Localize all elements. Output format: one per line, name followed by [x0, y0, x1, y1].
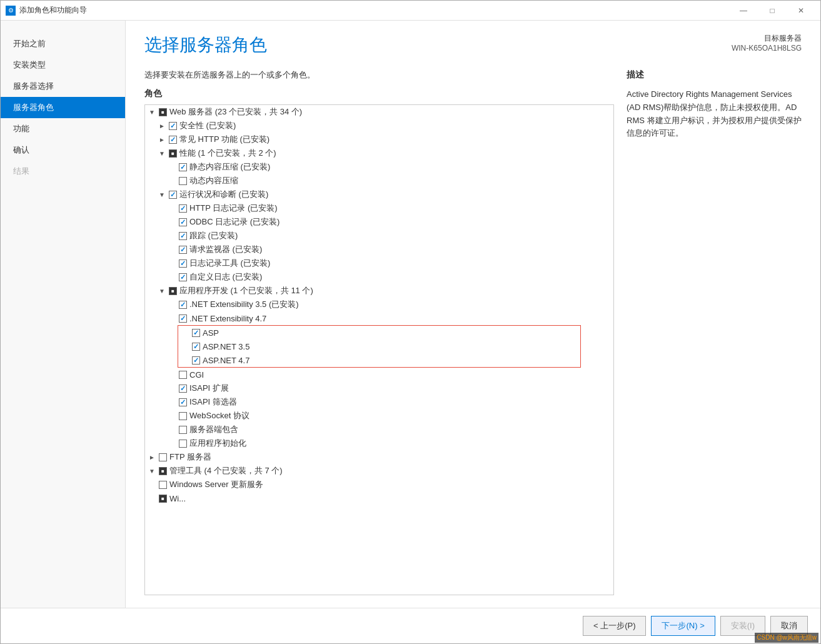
- tree-item-label: WebSocket 协议: [189, 410, 611, 421]
- tree-item[interactable]: 服务器端包含: [145, 423, 613, 436]
- checkbox[interactable]: [192, 343, 200, 351]
- sidebar-item-start[interactable]: 开始之前: [1, 33, 125, 54]
- tree-item[interactable]: ▼性能 (1 个已安装，共 2 个): [145, 146, 613, 160]
- sidebar-item-features[interactable]: 功能: [1, 118, 125, 139]
- expand-arrow-icon: [168, 259, 176, 268]
- tree-item[interactable]: ▼管理工具 (4 个已安装，共 7 个): [145, 464, 613, 478]
- tree-item-label: .NET Extensibility 3.5 (已安装): [189, 299, 611, 310]
- checkbox[interactable]: [159, 467, 167, 475]
- expand-arrow-icon: [181, 356, 189, 365]
- tree-item[interactable]: 跟踪 (已安装): [145, 229, 613, 243]
- tree-item[interactable]: ISAPI 筛选器: [145, 395, 613, 409]
- tree-item-label: .NET Extensibility 4.7: [189, 314, 611, 323]
- checkbox[interactable]: [179, 218, 187, 226]
- expand-arrow-icon: [168, 245, 176, 254]
- checkbox[interactable]: [179, 177, 187, 185]
- tree-item[interactable]: .NET Extensibility 3.5 (已安装): [145, 298, 613, 311]
- tree-item[interactable]: ▼Web 服务器 (23 个已安装，共 34 个): [145, 105, 613, 119]
- tree-item[interactable]: .NET Extensibility 4.7: [145, 311, 613, 325]
- tree-item[interactable]: ▼应用程序开发 (1 个已安装，共 11 个): [145, 284, 613, 298]
- tree-item-label: 静态内容压缩 (已安装): [189, 161, 611, 173]
- tree-item[interactable]: HTTP 日志记录 (已安装): [145, 201, 613, 215]
- tree-item[interactable]: 动态内容压缩: [145, 174, 613, 188]
- checkbox[interactable]: [169, 191, 177, 199]
- checkbox[interactable]: [179, 204, 187, 213]
- checkbox[interactable]: [179, 314, 187, 323]
- minimize-button[interactable]: —: [729, 1, 758, 21]
- tree-item[interactable]: ODBC 日志记录 (已安装): [145, 215, 613, 229]
- checkbox[interactable]: [179, 246, 187, 254]
- checkbox[interactable]: [179, 371, 187, 379]
- tree-item-label: ASP: [203, 328, 578, 338]
- tree-item[interactable]: 自定义日志 (已安装): [145, 270, 613, 284]
- tree-item-label: Windows Server 更新服务: [169, 479, 611, 490]
- tree-item[interactable]: ▼运行状况和诊断 (已安装): [145, 188, 613, 201]
- tree-item[interactable]: Wi...: [145, 491, 613, 505]
- tree-item[interactable]: ►FTP 服务器: [145, 450, 613, 464]
- tree-item-label: 应用程序开发 (1 个已安装，共 11 个): [179, 285, 611, 296]
- tree-item-label: CGI: [189, 370, 611, 380]
- checkbox[interactable]: [192, 329, 200, 337]
- description-header: 描述: [627, 69, 802, 81]
- checkbox[interactable]: [159, 495, 167, 503]
- tree-item-label: 安全性 (已安装): [179, 120, 611, 131]
- main-panel: 选择服务器角色 目标服务器 WIN-K65OA1H8LSG 选择要安装在所选服务…: [126, 21, 820, 608]
- checkbox[interactable]: [179, 385, 187, 393]
- tree-item[interactable]: ►安全性 (已安装): [145, 119, 613, 133]
- tree-item[interactable]: ASP.NET 3.5: [178, 340, 580, 353]
- checkbox[interactable]: [179, 426, 187, 434]
- tree-item[interactable]: ►常见 HTTP 功能 (已安装): [145, 133, 613, 146]
- maximize-button[interactable]: □: [758, 1, 787, 21]
- tree-item[interactable]: 日志记录工具 (已安装): [145, 256, 613, 270]
- tree-item-label: ISAPI 筛选器: [189, 396, 611, 408]
- sidebar-item-server-roles[interactable]: 服务器角色: [1, 97, 125, 118]
- tree-item[interactable]: WebSocket 协议: [145, 409, 613, 423]
- checkbox[interactable]: [179, 163, 187, 171]
- checkbox[interactable]: [179, 259, 187, 268]
- next-button[interactable]: 下一步(N) >: [651, 616, 715, 636]
- roles-tree[interactable]: ▼Web 服务器 (23 个已安装，共 34 个)►安全性 (已安装)►常见 H…: [144, 104, 614, 595]
- close-button[interactable]: ✕: [787, 1, 815, 21]
- right-section: 描述 Active Directory Rights Management Se…: [627, 69, 802, 595]
- window-controls: — □ ✕: [729, 1, 815, 21]
- checkbox[interactable]: [192, 356, 200, 365]
- tree-item-label: 常见 HTTP 功能 (已安装): [179, 134, 611, 145]
- checkbox[interactable]: [179, 301, 187, 309]
- sidebar-item-server-select[interactable]: 服务器选择: [1, 76, 125, 97]
- checkbox[interactable]: [169, 122, 177, 130]
- expand-arrow-icon: ▼: [158, 149, 166, 158]
- checkbox[interactable]: [169, 136, 177, 144]
- page-title: 选择服务器角色: [144, 33, 267, 57]
- sidebar-item-install-type[interactable]: 安装类型: [1, 54, 125, 76]
- target-label: 目标服务器: [732, 33, 802, 44]
- tree-item[interactable]: ISAPI 扩展: [145, 381, 613, 395]
- tree-item[interactable]: 请求监视器 (已安装): [145, 243, 613, 256]
- checkbox[interactable]: [169, 149, 177, 158]
- tree-item[interactable]: ASP: [178, 326, 580, 340]
- checkbox[interactable]: [169, 287, 177, 295]
- checkbox[interactable]: [179, 412, 187, 420]
- expand-arrow-icon: [168, 425, 176, 434]
- expand-arrow-icon: ►: [158, 135, 166, 144]
- column-header: 角色: [144, 88, 614, 99]
- tree-item-label: Web 服务器 (23 个已安装，共 34 个): [169, 106, 611, 118]
- expand-arrow-icon: [148, 480, 156, 489]
- checkbox[interactable]: [179, 273, 187, 281]
- checkbox[interactable]: [179, 232, 187, 240]
- prev-button[interactable]: < 上一步(P): [583, 616, 647, 636]
- expand-arrow-icon: [181, 342, 189, 351]
- checkbox[interactable]: [179, 398, 187, 406]
- tree-item-label: ASP.NET 4.7: [203, 356, 578, 365]
- tree-item[interactable]: Windows Server 更新服务: [145, 478, 613, 491]
- sidebar-item-confirm[interactable]: 确认: [1, 139, 125, 161]
- checkbox[interactable]: [159, 481, 167, 489]
- checkbox[interactable]: [179, 440, 187, 448]
- checkbox[interactable]: [159, 453, 167, 461]
- tree-item[interactable]: 静态内容压缩 (已安装): [145, 160, 613, 174]
- tree-item[interactable]: ASP.NET 4.7: [178, 353, 580, 367]
- expand-arrow-icon: [168, 273, 176, 281]
- tree-item[interactable]: CGI: [145, 368, 613, 381]
- checkbox[interactable]: [159, 108, 167, 116]
- tree-item-label: HTTP 日志记录 (已安装): [189, 203, 611, 214]
- tree-item[interactable]: 应用程序初始化: [145, 436, 613, 450]
